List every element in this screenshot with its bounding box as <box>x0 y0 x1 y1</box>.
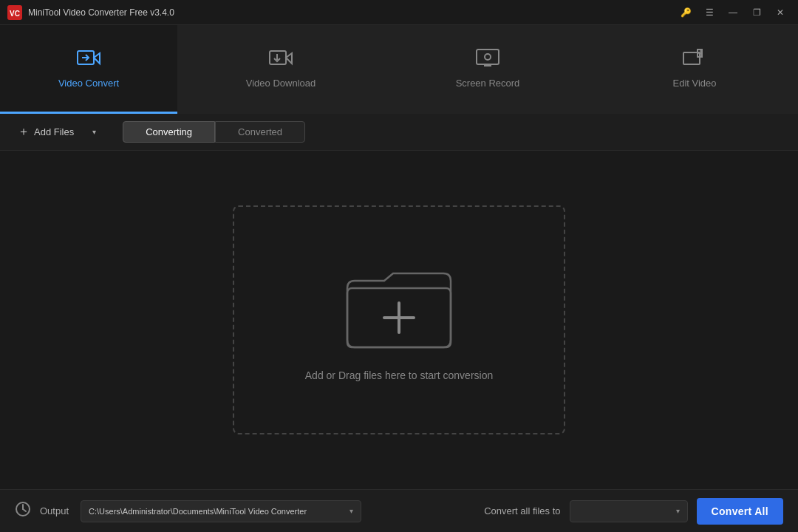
output-label: Output <box>40 505 69 516</box>
menu-button[interactable]: ☰ <box>699 5 720 20</box>
convert-format-dropdown[interactable]: ▾ <box>570 500 688 522</box>
tab-video-download-label: Video Download <box>246 78 316 89</box>
add-files-button[interactable]: ＋ Add Files <box>12 120 80 144</box>
app-logo: VC <box>7 5 22 20</box>
key-button[interactable]: 🔑 <box>675 5 696 20</box>
tab-video-download[interactable]: Video Download <box>177 25 384 114</box>
toolbar: ＋ Add Files ▾ Converting Converted <box>0 114 798 151</box>
video-convert-icon <box>77 48 100 72</box>
converted-tab[interactable]: Converted <box>215 121 305 143</box>
tab-video-convert-label: Video Convert <box>58 78 119 89</box>
converting-tab-label: Converting <box>146 126 192 137</box>
screen-record-icon <box>476 48 499 72</box>
svg-marker-6 <box>286 53 292 64</box>
titlebar: VC MiniTool Video Converter Free v3.4.0 … <box>0 0 798 25</box>
tab-edit-video-label: Edit Video <box>672 78 716 89</box>
svg-text:VC: VC <box>10 10 20 18</box>
nav-tabs: Video Convert Video Download Screen Reco… <box>0 25 798 114</box>
output-path-container[interactable]: C:\Users\Administrator\Documents\MiniToo… <box>81 500 361 522</box>
converted-tab-label: Converted <box>238 126 282 137</box>
add-files-label: Add Files <box>34 126 74 137</box>
tab-screen-record[interactable]: Screen Record <box>384 25 591 114</box>
converting-tab[interactable]: Converting <box>123 121 215 143</box>
svg-marker-3 <box>94 53 100 64</box>
convert-all-files-to-label: Convert all files to <box>484 505 560 516</box>
tab-screen-record-label: Screen Record <box>456 78 520 89</box>
drop-area[interactable]: Add or Drag files here to start conversi… <box>233 205 565 434</box>
main-content: Add or Drag files here to start conversi… <box>0 151 798 489</box>
svg-rect-8 <box>477 50 499 64</box>
sub-tab-group: Converting Converted <box>123 121 305 143</box>
video-download-icon <box>269 48 293 72</box>
window-controls: 🔑 ☰ — ❐ ✕ <box>675 5 791 20</box>
svg-point-9 <box>485 54 491 60</box>
add-files-plus-icon: ＋ <box>18 124 30 140</box>
minimize-button[interactable]: — <box>723 5 743 20</box>
close-button[interactable]: ✕ <box>770 5 791 20</box>
tab-edit-video[interactable]: Edit Video <box>591 25 798 114</box>
convert-all-button[interactable]: Convert All <box>697 498 783 525</box>
chevron-down-icon: ▾ <box>92 128 96 136</box>
footer: Output C:\Users\Administrator\Documents\… <box>0 489 798 532</box>
tab-video-convert[interactable]: Video Convert <box>0 25 177 114</box>
add-files-dropdown-button[interactable]: ▾ <box>86 124 102 140</box>
output-path: C:\Users\Administrator\Documents\MiniToo… <box>89 507 345 516</box>
restore-button[interactable]: ❐ <box>746 5 767 20</box>
app-title: MiniTool Video Converter Free v3.4.0 <box>28 7 675 18</box>
drop-area-text: Add or Drag files here to start conversi… <box>305 369 493 381</box>
svg-line-20 <box>23 509 26 511</box>
format-dropdown-icon: ▾ <box>676 507 680 515</box>
output-path-dropdown-icon[interactable]: ▾ <box>349 507 353 515</box>
folder-icon <box>340 259 458 355</box>
edit-video-icon <box>683 48 706 72</box>
convert-all-btn-label: Convert All <box>712 505 768 517</box>
clock-icon <box>15 501 31 521</box>
